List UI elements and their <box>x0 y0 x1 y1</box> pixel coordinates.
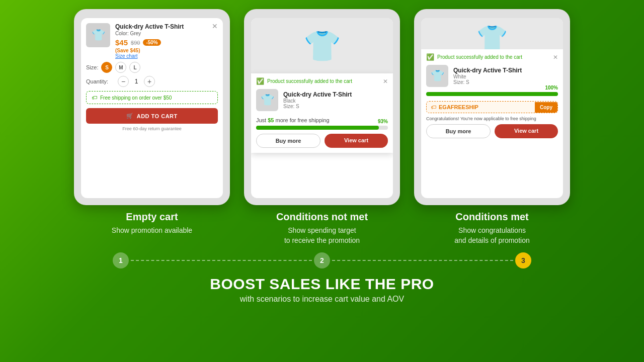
bottom-sub: with scenarios to increase cart value an… <box>210 295 434 304</box>
p1-price-row: $45 $90 -50% <box>115 38 218 47</box>
big-shirt-icon: 👕 <box>303 28 341 64</box>
p3-size: Size: S <box>453 79 522 85</box>
p1-qty-row: Quantity: − 1 + <box>81 73 223 87</box>
p1-size-label: Size: <box>86 64 98 70</box>
p1-orig-price: $90 <box>131 40 140 46</box>
p2-buy-more-btn[interactable]: Buy more <box>256 134 320 148</box>
cart-icon: 🛒 <box>126 113 134 119</box>
p2-size: Size: S <box>283 104 352 109</box>
promo-tag-icon: 🏷 <box>92 95 97 101</box>
p2-notification: ✅ Product successfully added to the cart… <box>251 73 393 153</box>
p3-color: White <box>453 74 522 79</box>
p1-discount-badge: -50% <box>143 39 160 46</box>
p2-notif-title: Product successfully added to the cart <box>267 78 352 84</box>
p2-buttons: Buy more View cart <box>251 134 393 153</box>
p3-shirt-icon-bg: 👕 <box>476 24 508 53</box>
bottom-title: BOOST SALES LIKE THE PRO <box>210 276 434 293</box>
p2-progress-bar-fill <box>256 126 379 130</box>
step-1: 1 <box>113 252 129 268</box>
p3-product-row: 👕 Quick-dry Active T-Shirt White Size: S <box>421 63 563 90</box>
p3-close-icon[interactable]: ✕ <box>553 54 558 61</box>
p3-buy-more-btn[interactable]: Buy more <box>426 124 491 138</box>
label-2: Conditions not met Show spending target … <box>244 211 400 245</box>
p3-buttons: Buy more View cart <box>421 124 563 142</box>
steps-row: 1 2 3 <box>113 252 531 268</box>
p1-product-row: 👕 Quick-dry Active T-Shirt Color: Grey $… <box>81 18 223 59</box>
p3-shirt-icon: 👕 <box>431 69 444 82</box>
p3-coupon-code: EGAFREESHIP <box>439 104 478 110</box>
p3-copy-btn[interactable]: Copy <box>535 102 557 113</box>
p3-progress-area: 100% <box>421 90 563 99</box>
p2-progress-text: Just $5 more for free shipping <box>256 117 388 123</box>
label-3: Conditions met Show congratulations and … <box>414 211 570 245</box>
phone-1: ✕ 👕 Quick-dry Active T-Shirt Color: Grey… <box>74 9 230 205</box>
size-btn-l[interactable]: L <box>129 62 140 73</box>
p1-save-text: (Save $45) <box>115 48 218 53</box>
size-btn-s[interactable]: S <box>101 62 112 73</box>
label-1-title: Empty cart <box>74 211 230 223</box>
phone-2-screen: 👕 ✅ Product successfully added to the ca… <box>251 18 393 198</box>
p1-product-title: Quick-dry Active T-Shirt <box>115 23 218 30</box>
p3-product-image: 👕 <box>426 65 448 87</box>
step-line-1 <box>131 260 312 261</box>
label-2-title: Conditions not met <box>244 211 400 223</box>
p2-color: Black <box>283 98 352 104</box>
p3-notification: ✅ Product successfully added to the cart… <box>421 49 563 142</box>
p1-qty-label: Quantity: <box>86 78 114 84</box>
p2-product-info: Quick-dry Active T-Shirt Black Size: S <box>283 91 352 109</box>
p3-coupon-left: 🏷 EGAFREESHIP <box>427 102 535 113</box>
p1-product-info: Quick-dry Active T-Shirt Color: Grey $45… <box>115 23 218 59</box>
p2-close-icon[interactable]: ✕ <box>383 78 388 85</box>
p3-coupon-row: 🏷 EGAFREESHIP Copy <box>426 101 558 113</box>
p2-product-row: 👕 Quick-dry Active T-Shirt Black Size: S <box>251 87 393 115</box>
size-btn-m[interactable]: M <box>115 62 126 73</box>
shirt-icon: 👕 <box>92 29 105 42</box>
label-2-sub: Show spending target to receive the prom… <box>244 226 400 245</box>
p2-check-icon: ✅ <box>256 77 264 85</box>
p3-congrats: Congratulations! You're now applicable t… <box>421 115 563 124</box>
p3-progress-bar-bg: 100% <box>426 92 558 96</box>
qty-increase-btn[interactable]: + <box>144 76 155 87</box>
add-to-cart-btn[interactable]: 🛒 ADD TO CART <box>86 108 218 124</box>
p2-progress-area: Just $5 more for free shipping 93% <box>251 115 393 134</box>
p2-shirt-icon: 👕 <box>261 94 274 107</box>
p3-product-title: Quick-dry Active T-Shirt <box>453 67 522 74</box>
p3-product-info: Quick-dry Active T-Shirt White Size: S <box>453 67 522 85</box>
p3-progress-bar-fill <box>426 92 558 96</box>
step-3: 3 <box>515 252 531 268</box>
p1-promo-box: 🏷 Free shipping on order over $50 <box>86 91 218 104</box>
p1-color: Color: Grey <box>115 31 218 36</box>
phones-row: ✕ 👕 Quick-dry Active T-Shirt Color: Grey… <box>0 9 644 205</box>
label-3-title: Conditions met <box>414 211 570 223</box>
p1-price: $45 <box>115 38 128 47</box>
phone-2: 👕 ✅ Product successfully added to the ca… <box>244 9 400 205</box>
label-3-sub: Show congratulations and details of prom… <box>414 226 570 245</box>
step-line-2 <box>332 260 513 261</box>
p1-size-row: Size: S M L <box>81 59 223 73</box>
p1-close-icon[interactable]: ✕ <box>212 22 218 30</box>
qty-decrease-btn[interactable]: − <box>118 76 129 87</box>
p1-guarantee: Free 60-day return guarantee <box>81 126 223 131</box>
p2-product-image: 👕 <box>256 89 278 111</box>
p2-view-cart-btn[interactable]: View cart <box>325 134 388 148</box>
p2-notif-header: ✅ Product successfully added to the cart… <box>251 73 393 87</box>
p1-promo-text: Free shipping on order over $50 <box>100 95 172 101</box>
p2-product-title: Quick-dry Active T-Shirt <box>283 91 352 98</box>
label-1: Empty cart Show promotion available <box>74 211 230 245</box>
p3-notif-title: Product successfully added to the cart <box>437 54 522 60</box>
phone-3: 👕 ✅ Product successfully added to the ca… <box>414 9 570 205</box>
p3-view-cart-btn[interactable]: View cart <box>495 124 558 138</box>
phone-1-screen: ✕ 👕 Quick-dry Active T-Shirt Color: Grey… <box>81 18 223 198</box>
labels-row: Empty cart Show promotion available Cond… <box>0 211 644 245</box>
p3-check-icon: ✅ <box>426 53 434 61</box>
step-2: 2 <box>314 252 330 268</box>
p3-tag-icon: 🏷 <box>431 104 436 110</box>
phone-3-screen: 👕 ✅ Product successfully added to the ca… <box>421 18 563 198</box>
p1-size-chart-link[interactable]: Size chart <box>115 53 218 59</box>
add-to-cart-label: ADD TO CART <box>137 113 178 119</box>
qty-value: 1 <box>133 78 140 85</box>
p2-bg-shirt: 👕 <box>251 18 393 73</box>
p3-notif-header: ✅ Product successfully added to the cart… <box>421 49 563 63</box>
p3-progress-pct: 100% <box>545 85 558 90</box>
bottom-text: BOOST SALES LIKE THE PRO with scenarios … <box>210 276 434 304</box>
